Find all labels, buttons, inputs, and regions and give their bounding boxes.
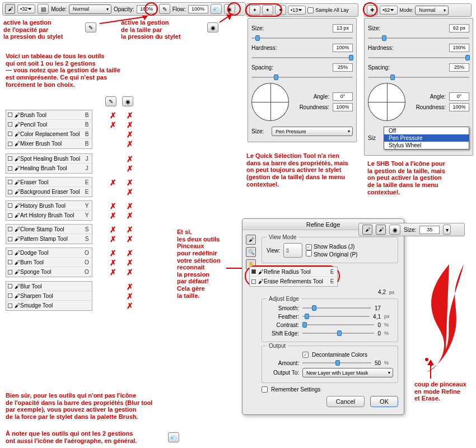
brush-preset-picker[interactable]: • 32 ⏷ bbox=[17, 4, 35, 13]
remember-checkbox[interactable] bbox=[262, 386, 268, 393]
ok-button[interactable]: OK bbox=[370, 396, 398, 407]
refine-brush-b-icon[interactable]: 🖌 bbox=[376, 225, 386, 235]
opacity-pressure-icon[interactable]: ✎ bbox=[159, 4, 170, 14]
refine-size-bar: 🖌 🖌 ◉ Size: 35 ▾ bbox=[358, 223, 465, 236]
size-label: Size: bbox=[404, 227, 416, 233]
roundness-field[interactable]: 100% bbox=[333, 103, 353, 111]
hardness-field[interactable]: 100% bbox=[449, 44, 469, 52]
tool-row[interactable]: 🖌Healing Brush ToolJ bbox=[6, 164, 92, 173]
hardness-field[interactable]: 100% bbox=[333, 44, 353, 52]
airbrush-icon[interactable]: 💨 bbox=[211, 4, 222, 14]
size-slider[interactable] bbox=[368, 35, 469, 41]
angle-label: Angle: bbox=[292, 94, 329, 100]
spacing-field[interactable]: 25% bbox=[449, 63, 469, 72]
tool-row[interactable]: 🖌Pencil ToolB bbox=[6, 120, 92, 129]
tool-row[interactable]: 🖌Color Replacement ToolB bbox=[6, 129, 92, 139]
annotation-refine: Et si, les deux outils Pinceaux pour red… bbox=[177, 228, 221, 299]
angle-field[interactable]: 0° bbox=[333, 92, 353, 101]
x-mark: ✗ bbox=[108, 178, 119, 188]
decontaminate-checkbox[interactable]: ✓ bbox=[302, 352, 309, 358]
spacing-slider[interactable] bbox=[368, 74, 469, 81]
shift-field[interactable]: 0 bbox=[377, 330, 381, 337]
tool-row[interactable]: 🖌Dodge ToolO bbox=[6, 248, 92, 258]
amount-field[interactable]: 50 bbox=[375, 360, 381, 366]
qs-brush-picker[interactable]: • 13 ⏷ bbox=[288, 6, 306, 15]
size-field[interactable]: 62 px bbox=[449, 24, 469, 32]
smooth-label: Smooth: bbox=[267, 305, 299, 311]
roundness-field[interactable]: 100% bbox=[449, 103, 469, 111]
tool-row[interactable]: 🖌Mixer Brush ToolB bbox=[6, 139, 92, 148]
tool-row[interactable]: 🖌Eraser ToolE bbox=[6, 178, 92, 187]
spacing-field[interactable]: 25% bbox=[333, 63, 353, 72]
tool-row[interactable]: 🖌Sharpen Tool bbox=[6, 291, 92, 301]
spacing-label: Spacing: bbox=[251, 64, 283, 71]
tool-row[interactable]: 🖌Sponge ToolO bbox=[6, 267, 92, 277]
qs-sample-label: Sample All Lay bbox=[315, 7, 349, 13]
angle-field[interactable]: 0° bbox=[449, 92, 469, 101]
refine-brush-icon[interactable]: 🖌 bbox=[246, 235, 256, 245]
tool-row[interactable]: 🖌Smudge Tool bbox=[6, 301, 92, 310]
dd-stylus-wheel[interactable]: Stylus Wheel bbox=[384, 142, 469, 149]
smooth-slider[interactable] bbox=[302, 305, 371, 311]
dd-pen-pressure[interactable]: Pen Pressure bbox=[384, 134, 469, 142]
size-pressure-icon-copy: ◉ bbox=[207, 22, 218, 32]
spacing-slider[interactable] bbox=[251, 74, 353, 81]
header-opacity-icon: ✎ bbox=[105, 96, 116, 106]
refine-zoom-icon[interactable]: 🔍 bbox=[246, 247, 256, 257]
size-stepper[interactable]: ▾ bbox=[443, 225, 451, 235]
size-field[interactable]: 13 px bbox=[333, 24, 353, 32]
control-select[interactable]: Pen Pressure bbox=[272, 127, 353, 136]
show-original-checkbox[interactable] bbox=[306, 250, 312, 256]
shb-brush-picker[interactable]: • 62 ⏷ bbox=[380, 6, 398, 15]
contrast-slider[interactable] bbox=[302, 321, 374, 328]
control-select-open[interactable]: Off Pen Pressure Stylus Wheel bbox=[384, 127, 469, 150]
contrast-field[interactable]: 0 bbox=[377, 322, 381, 328]
view-mode-legend: View Mode bbox=[267, 234, 298, 240]
view-picker[interactable]: ▯ bbox=[283, 243, 302, 258]
blend-mode-select[interactable]: Normal bbox=[69, 4, 111, 14]
shift-slider[interactable] bbox=[302, 330, 374, 337]
x-mark: ✗ bbox=[124, 292, 136, 301]
cancel-button[interactable]: Cancel bbox=[326, 396, 365, 407]
shift-label: Shift Edge: bbox=[267, 330, 299, 337]
size-field[interactable]: 35 bbox=[419, 226, 440, 234]
show-radius-label: Show Radius (J) bbox=[314, 244, 354, 250]
amount-slider[interactable] bbox=[302, 360, 371, 366]
tool-row[interactable]: 🖌History Brush ToolY bbox=[6, 201, 92, 211]
hardness-slider[interactable] bbox=[368, 54, 469, 61]
size-slider[interactable] bbox=[251, 35, 353, 41]
show-radius-checkbox[interactable]: ✓ bbox=[306, 244, 312, 250]
output-to-select[interactable]: New Layer with Layer Mask bbox=[302, 368, 393, 377]
tool-row[interactable]: 🖌Brush ToolB bbox=[6, 110, 92, 120]
tool-refine-radius[interactable]: 🖌Refine Radius ToolE bbox=[250, 267, 337, 277]
shb-mode-select[interactable]: Normal bbox=[415, 6, 449, 15]
refine-brush-a-icon[interactable]: 🖌 bbox=[362, 225, 372, 235]
tool-row[interactable]: 🖌Background Eraser ToolE bbox=[6, 187, 92, 197]
tool-row[interactable]: 🖌Burn ToolO bbox=[6, 258, 92, 267]
annotation-shb: Le SHB Tool a l'icône pour la gestion de… bbox=[367, 160, 445, 195]
opacity-pressure-icon-copy: ✎ bbox=[85, 22, 96, 32]
tool-row[interactable]: 🖌Art History Brush ToolY bbox=[6, 211, 92, 220]
smooth-field[interactable]: 17 bbox=[375, 305, 381, 311]
tool-row[interactable]: 🖌Blur Tool bbox=[6, 282, 92, 291]
brush-tip-preview[interactable] bbox=[368, 83, 405, 121]
hardness-slider[interactable] bbox=[251, 54, 353, 61]
dd-off[interactable]: Off bbox=[384, 127, 469, 134]
tool-row[interactable]: 🖌Clone Stamp ToolS bbox=[6, 225, 92, 234]
brush-tool-icon[interactable]: 🖌 bbox=[5, 4, 15, 14]
brush-size-value: 32 bbox=[22, 6, 27, 12]
refine-size-pressure-icon[interactable]: ◉ bbox=[389, 225, 400, 235]
radius-field[interactable]: 4,2 bbox=[378, 289, 386, 295]
tool-row[interactable]: 🖌Spot Healing Brush ToolJ bbox=[6, 154, 92, 164]
feather-slider[interactable] bbox=[302, 313, 370, 320]
tool-row[interactable]: 🖌Pattern Stamp ToolS bbox=[6, 234, 92, 244]
x-mark: ✗ bbox=[124, 235, 136, 244]
qs-sample-checkbox[interactable] bbox=[307, 7, 314, 13]
feather-field[interactable]: 4,1 bbox=[373, 314, 381, 320]
brush-panel-toggle-icon[interactable]: ▤ bbox=[38, 4, 49, 14]
x-mark: ✗ bbox=[108, 235, 119, 244]
tool-erase-refinements[interactable]: 🖌Erase Refinements ToolE bbox=[250, 277, 337, 286]
brush-tip-preview[interactable] bbox=[251, 83, 289, 121]
flow-field[interactable]: 100% bbox=[188, 5, 208, 13]
mode-label: Mode: bbox=[51, 6, 67, 12]
